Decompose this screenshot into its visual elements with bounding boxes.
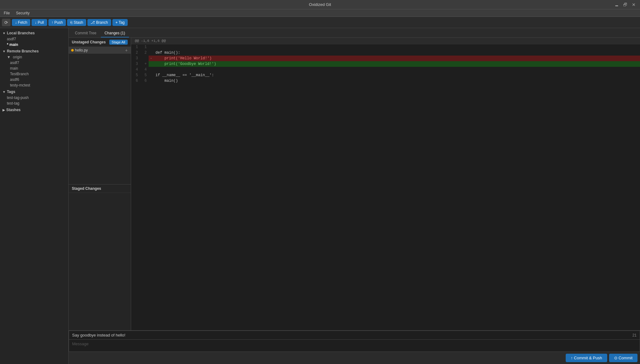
changes-panel: Unstaged Changes Stage All hello.py +: [69, 38, 131, 330]
diff-line-4: 4 4: [131, 67, 640, 72]
changes-layout: Unstaged Changes Stage All hello.py +: [69, 38, 640, 330]
branch-button[interactable]: ⎇ Branch: [87, 19, 111, 26]
remote-branch-asdf7[interactable]: asdf7: [0, 60, 68, 66]
remote-branch-main[interactable]: main: [0, 66, 68, 71]
tab-commit-tree[interactable]: Commit Tree: [71, 29, 100, 37]
diff-line-3-removed: 3 - print('Hello World!'): [131, 56, 640, 61]
tab-changes[interactable]: Changes (1): [101, 29, 129, 37]
minimize-button[interactable]: 🗕: [613, 2, 620, 8]
remote-branch-testy-mctest[interactable]: testy-mctest: [0, 82, 68, 88]
diff-header: @@ -1,6 +1,6 @@: [131, 38, 640, 44]
tag-test-tag-push[interactable]: test-tag-push: [0, 95, 68, 101]
push-button[interactable]: ↑ Push: [48, 19, 66, 26]
file-stage-button[interactable]: +: [125, 48, 128, 53]
branch-asdf7[interactable]: asdf7: [0, 36, 68, 42]
refresh-button[interactable]: ⟳: [2, 19, 11, 26]
commit-panel: 21 ↑ Commit & Push ⊙ Commit: [69, 330, 640, 364]
tab-bar: Commit Tree Changes (1): [69, 28, 640, 38]
menu-file[interactable]: File: [2, 10, 11, 16]
tag-button[interactable]: ⌖ Tag: [112, 19, 128, 26]
diff-line-2: 2 2 def main():: [131, 50, 640, 56]
tags-section: ▼ Tags test-tag-push test-tag: [0, 89, 68, 106]
local-branches-label: Local Branches: [7, 31, 35, 35]
remote-branch-testbranch[interactable]: TestBranch: [0, 71, 68, 77]
file-name: hello.py: [75, 48, 88, 52]
diff-line-5: 5 5 if __name__ == '__main__':: [131, 72, 640, 78]
menu-security[interactable]: Security: [15, 10, 31, 16]
commit-push-button[interactable]: ↑ Commit & Push: [566, 354, 607, 362]
tags-label: Tags: [7, 90, 15, 94]
file-item-hello-py[interactable]: hello.py +: [69, 47, 131, 54]
stashes-section: ▶ Stashes: [0, 107, 68, 113]
close-button[interactable]: ✕: [631, 2, 637, 8]
remote-branch-asdf6[interactable]: asdf6: [0, 77, 68, 82]
stashes-header[interactable]: ▶ Stashes: [0, 107, 68, 113]
staged-file-list: [69, 193, 131, 331]
commit-message-input[interactable]: [69, 339, 640, 352]
unstaged-label: Unstaged Changes: [72, 40, 106, 44]
unstaged-header: Unstaged Changes Stage All: [69, 38, 131, 47]
staged-header: Staged Changes: [69, 184, 131, 193]
unstaged-section: Unstaged Changes Stage All hello.py +: [69, 38, 131, 184]
branch-main[interactable]: * main: [0, 42, 68, 47]
stage-all-button[interactable]: Stage All: [109, 40, 128, 45]
diff-area: @@ -1,6 +1,6 @@ 1 1 2 2 def main():: [131, 38, 640, 330]
fetch-button[interactable]: ↓ Fetch: [12, 19, 30, 26]
local-branches-header[interactable]: ▼ Local Branches: [0, 30, 68, 36]
commit-buttons: ↑ Commit & Push ⊙ Commit: [69, 352, 640, 364]
window-title: Oxidized Git: [309, 2, 331, 7]
content-area: Commit Tree Changes (1) Unstaged Changes…: [69, 28, 640, 364]
title-bar-controls: 🗕 🗗 ✕: [613, 2, 637, 8]
commit-subject-input[interactable]: [69, 331, 629, 339]
file-status-dot: [71, 49, 74, 52]
stash-button[interactable]: ⎗ Stash: [67, 19, 86, 26]
staged-section: Staged Changes: [69, 184, 131, 331]
commit-subject-row: 21: [69, 331, 640, 339]
tag-test-tag[interactable]: test-tag: [0, 101, 68, 106]
unstaged-file-list: hello.py +: [69, 47, 131, 184]
diff-line-1: 1 1: [131, 44, 640, 50]
diff-line-6: 6 6 main(): [131, 78, 640, 84]
local-branches-section: ▼ Local Branches asdf7 * main: [0, 30, 68, 47]
menu-bar: File Security: [0, 9, 640, 17]
stashes-arrow: ▶: [2, 108, 5, 112]
pull-button[interactable]: ↓ Pull: [32, 19, 47, 26]
title-bar: Oxidized Git 🗕 🗗 ✕: [0, 0, 640, 9]
remote-branches-arrow: ▼: [2, 50, 6, 53]
remote-branches-section: ▼ Remote Branches ▼ origin asdf7 main Te…: [0, 48, 68, 88]
remote-origin-header[interactable]: ▼ origin: [0, 54, 68, 60]
commit-subject-count: 21: [629, 333, 640, 337]
local-branches-arrow: ▼: [2, 32, 6, 35]
stashes-label: Stashes: [6, 108, 21, 112]
commit-button[interactable]: ⊙ Commit: [609, 354, 638, 362]
changes-panel-inner: Unstaged Changes Stage All hello.py +: [69, 38, 131, 330]
sidebar: ▼ Local Branches asdf7 * main ▼ Remote B…: [0, 28, 69, 364]
remote-branches-header[interactable]: ▼ Remote Branches: [0, 48, 68, 54]
main-layout: ▼ Local Branches asdf7 * main ▼ Remote B…: [0, 28, 640, 364]
toolbar: ⟳ ↓ Fetch ↓ Pull ↑ Push ⎗ Stash ⎇ Branch…: [0, 17, 640, 28]
diff-line-3-added: 3 + print('Goodbye World!'): [131, 61, 640, 67]
maximize-button[interactable]: 🗗: [622, 2, 629, 8]
tags-header[interactable]: ▼ Tags: [0, 89, 68, 95]
remote-branches-label: Remote Branches: [7, 49, 39, 53]
tags-arrow: ▼: [2, 90, 6, 94]
